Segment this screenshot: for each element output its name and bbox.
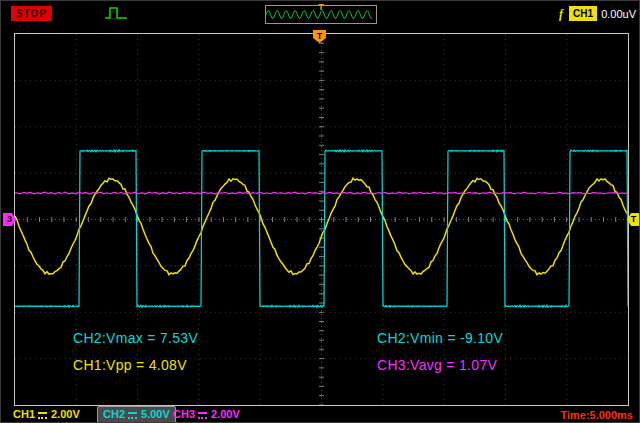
timebase-readout[interactable]: Time:5.000ms [560,408,633,422]
dc-coupling-icon [38,412,47,419]
ch2-scale-readout[interactable]: CH25.00V [97,406,176,423]
ch2-label: CH2 [103,407,125,422]
ch1-scale-value: 2.00V [51,407,80,422]
graticule: T 3 T CH2:Vmax = 7.53V CH1:Vpp = 4.08V C… [14,33,629,406]
bottom-bar: CH12.00V CH25.00V CH32.00V Time:5.000ms [1,406,640,423]
pulse-icon [104,5,128,22]
preview-trigger-marker: T [318,3,324,12]
horizontal-position-preview[interactable]: T [265,5,377,24]
ch2-scale-value: 5.00V [141,407,170,422]
measurement-ch3-vavg: CH3:Vavg = 1.07V [377,356,497,374]
measurement-ch2-vmin: CH2:Vmin = -9.10V [377,329,503,347]
ch3-scale-value: 2.00V [211,407,240,422]
trigger-edge-icon: f [557,7,565,21]
dc-coupling-icon [128,412,137,419]
ch3-scale-readout[interactable]: CH32.00V [173,407,240,422]
trigger-source-badge[interactable]: CH1 [569,6,597,21]
top-bar: STOP T f CH1 0.00uV [1,1,640,32]
dc-coupling-icon [198,412,207,419]
ch1-label: CH1 [13,407,35,422]
trigger-readout: f CH1 0.00uV [557,6,636,21]
measurement-ch2-vmax: CH2:Vmax = 7.53V [73,329,198,347]
ch3-label: CH3 [173,407,195,422]
trigger-level-marker[interactable]: T [627,213,640,226]
trigger-level-value: 0.00uV [601,7,636,21]
ch1-scale-readout[interactable]: CH12.00V [13,407,80,422]
run-stop-status-badge[interactable]: STOP [11,6,52,21]
oscilloscope-screen: STOP T f CH1 0.00uV T 3 T CH2:Vmax = 7.5… [0,0,640,423]
waveform-display [15,34,628,405]
measurement-ch1-vpp: CH1:Vpp = 4.08V [73,356,187,374]
